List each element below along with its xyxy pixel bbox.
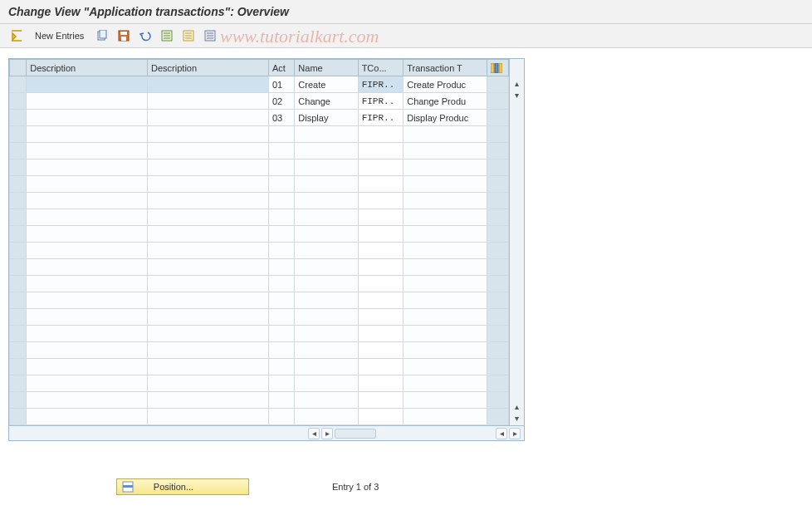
cell-tcode[interactable] xyxy=(358,375,404,392)
row-selector[interactable] xyxy=(10,126,27,143)
row-selector[interactable] xyxy=(10,76,27,93)
cell-desc2[interactable] xyxy=(148,159,269,176)
copy-icon[interactable] xyxy=(94,27,110,44)
cell-name[interactable] xyxy=(295,276,358,292)
scroll-up-icon[interactable]: ▴ xyxy=(511,77,523,89)
cell-desc1[interactable] xyxy=(27,159,148,176)
cell-tcode[interactable] xyxy=(358,209,404,226)
cell-name[interactable] xyxy=(295,259,358,276)
new-entries-button[interactable]: New Entries xyxy=(30,27,89,44)
cell-ttext[interactable] xyxy=(404,276,487,292)
cell-name[interactable] xyxy=(295,126,358,143)
cell-tcode[interactable] xyxy=(358,176,404,193)
cell-ttext[interactable] xyxy=(404,226,487,243)
cell-ttext[interactable] xyxy=(404,159,487,176)
cell-desc2[interactable] xyxy=(148,342,269,359)
cell-act[interactable] xyxy=(268,126,294,143)
row-selector-header[interactable] xyxy=(10,60,27,76)
cell-desc1[interactable] xyxy=(27,110,148,126)
cell-desc2[interactable] xyxy=(148,359,269,375)
cell-tcode[interactable] xyxy=(358,276,404,292)
col-header-desc1[interactable]: Description xyxy=(27,60,148,76)
row-selector[interactable] xyxy=(10,326,27,342)
cell-act[interactable] xyxy=(268,176,294,193)
row-selector[interactable] xyxy=(10,193,27,209)
row-selector[interactable] xyxy=(10,176,27,193)
cell-desc1[interactable] xyxy=(27,243,148,259)
cell-name[interactable]: Display xyxy=(295,110,358,126)
column-config-icon[interactable] xyxy=(487,60,509,76)
cell-tcode[interactable] xyxy=(358,159,404,176)
cell-desc1[interactable] xyxy=(27,226,148,243)
cell-desc1[interactable] xyxy=(27,292,148,309)
cell-tcode[interactable] xyxy=(358,326,404,342)
col-header-ttext[interactable]: Transaction T xyxy=(404,60,487,76)
cell-tcode[interactable] xyxy=(358,409,404,425)
cell-ttext[interactable]: Change Produ xyxy=(404,93,487,110)
cell-name[interactable] xyxy=(295,409,358,425)
cell-desc1[interactable] xyxy=(27,143,148,159)
row-selector[interactable] xyxy=(10,159,27,176)
cell-act[interactable] xyxy=(268,359,294,375)
cell-name[interactable] xyxy=(295,159,358,176)
cell-act[interactable] xyxy=(268,259,294,276)
cell-desc2[interactable] xyxy=(148,126,269,143)
cell-tcode[interactable] xyxy=(358,193,404,209)
cell-desc2[interactable] xyxy=(148,226,269,243)
cell-ttext[interactable] xyxy=(404,292,487,309)
cell-tcode[interactable]: FIPR.. xyxy=(358,110,404,126)
cell-ttext[interactable] xyxy=(404,309,487,326)
row-selector[interactable] xyxy=(10,375,27,392)
cell-tcode[interactable] xyxy=(358,342,404,359)
cell-tcode[interactable]: FIPR.. xyxy=(358,76,404,93)
cell-name[interactable] xyxy=(295,176,358,193)
cell-desc2[interactable] xyxy=(148,176,269,193)
cell-desc2[interactable] xyxy=(148,292,269,309)
cell-desc1[interactable] xyxy=(27,342,148,359)
cell-act[interactable] xyxy=(268,193,294,209)
h-scroll-left-icon[interactable]: ◂ xyxy=(308,428,320,439)
row-selector[interactable] xyxy=(10,392,27,409)
cell-ttext[interactable] xyxy=(404,259,487,276)
cell-desc1[interactable] xyxy=(27,375,148,392)
h-scroll-left2-icon[interactable]: ◂ xyxy=(496,428,507,439)
row-selector[interactable] xyxy=(10,359,27,375)
deselect-all-icon[interactable] xyxy=(202,27,218,44)
cell-name[interactable] xyxy=(295,392,358,409)
cell-ttext[interactable] xyxy=(404,409,487,425)
row-selector[interactable] xyxy=(10,309,27,326)
cell-ttext[interactable] xyxy=(404,375,487,392)
cell-desc2[interactable] xyxy=(148,143,269,159)
cell-ttext[interactable] xyxy=(404,392,487,409)
cell-desc1[interactable] xyxy=(27,409,148,425)
row-selector[interactable] xyxy=(10,409,27,425)
cell-desc1[interactable] xyxy=(27,259,148,276)
cell-name[interactable] xyxy=(295,226,358,243)
cell-act[interactable] xyxy=(268,292,294,309)
cell-desc2[interactable] xyxy=(148,309,269,326)
cell-desc1[interactable] xyxy=(27,93,148,110)
horizontal-scrollbar[interactable]: ◂ ▸ ◂ ▸ xyxy=(9,425,524,440)
cell-ttext[interactable] xyxy=(404,359,487,375)
cell-desc2[interactable] xyxy=(148,375,269,392)
scroll-down-end-icon[interactable]: ▾ xyxy=(511,412,523,424)
cell-name[interactable] xyxy=(295,326,358,342)
cell-tcode[interactable] xyxy=(358,226,404,243)
cell-name[interactable] xyxy=(295,292,358,309)
cell-tcode[interactable] xyxy=(358,243,404,259)
cell-desc2[interactable] xyxy=(148,193,269,209)
cell-act[interactable] xyxy=(268,143,294,159)
cell-act[interactable] xyxy=(268,309,294,326)
cell-desc1[interactable] xyxy=(27,126,148,143)
cell-ttext[interactable] xyxy=(404,143,487,159)
cell-desc2[interactable] xyxy=(148,76,269,93)
cell-desc1[interactable] xyxy=(27,193,148,209)
cell-ttext[interactable]: Create Produc xyxy=(404,76,487,93)
cell-act[interactable] xyxy=(268,226,294,243)
cell-name[interactable] xyxy=(295,143,358,159)
cell-act[interactable] xyxy=(268,409,294,425)
row-selector[interactable] xyxy=(10,342,27,359)
row-selector[interactable] xyxy=(10,243,27,259)
cell-ttext[interactable] xyxy=(404,193,487,209)
select-block-icon[interactable] xyxy=(180,27,197,44)
